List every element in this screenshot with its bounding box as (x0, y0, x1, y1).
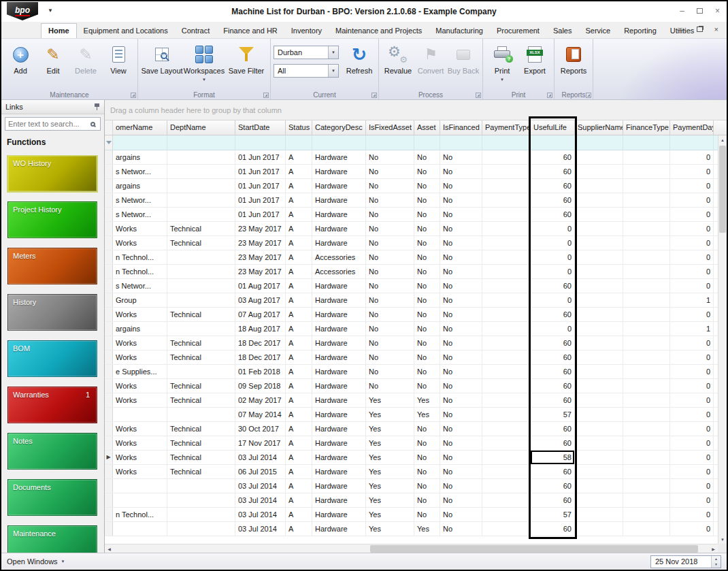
filter-dropdown[interactable]: All ▼ (274, 64, 339, 78)
tab-finance-and-hr[interactable]: Finance and HR (216, 24, 284, 38)
table-row[interactable]: s Networ...01 Jun 2017AHardwareNoNoNo600 (105, 165, 727, 179)
column-header-usefullife[interactable]: UsefulLife (531, 120, 575, 135)
table-row[interactable]: WorksTechnical07 Aug 2017AHardwareNoNoNo… (105, 308, 727, 322)
tab-procurement[interactable]: Procurement (490, 24, 546, 38)
table-row[interactable]: 07 May 2014AHardwareYesYesNo570 (105, 408, 727, 422)
table-row[interactable]: n Technol...23 May 2017AAccessoriesNoNoN… (105, 265, 727, 279)
refresh-button[interactable]: ↻ Refresh (343, 42, 376, 76)
horizontal-scrollbar[interactable]: ◀ ▶ (105, 544, 718, 553)
site-dropdown[interactable]: Durban ▼ (274, 46, 339, 59)
mdi-restore-button[interactable] (697, 25, 703, 33)
search-input[interactable] (8, 120, 88, 128)
filter-cell-suppliername[interactable] (575, 135, 623, 150)
filter-cell-paymenttype[interactable] (482, 135, 531, 150)
table-row[interactable]: WorksTechnical18 Dec 2017AHardwareNoNoNo… (105, 336, 727, 350)
filter-cell-categorydesc[interactable] (312, 135, 366, 150)
tab-inventory[interactable]: Inventory (284, 24, 329, 38)
table-row[interactable]: argains01 Jun 2017AHardwareNoNoNo600 (105, 179, 727, 193)
table-row[interactable]: ▶WorksTechnical03 Jul 2014AHardwareYesNo… (105, 451, 727, 465)
filter-cell-financetype[interactable] (623, 135, 670, 150)
tab-home[interactable]: Home (41, 23, 77, 38)
scroll-left-icon[interactable]: ◀ (105, 544, 114, 553)
table-row[interactable]: s Networ...01 Jun 2017AHardwareNoNoNo600 (105, 193, 727, 208)
minimize-button[interactable]: – (680, 6, 684, 16)
table-row[interactable]: WorksTechnical23 May 2017AHardwareNoNoNo… (105, 222, 727, 236)
filter-cell-status[interactable] (286, 135, 312, 150)
table-row[interactable]: argains18 Aug 2017AHardwareNoNoNo01 (105, 322, 727, 336)
table-row[interactable]: e Supplies...01 Feb 2018AHardwareNoNoNo6… (105, 365, 727, 379)
date-spin-down-icon[interactable]: ▼ (712, 561, 721, 568)
revalue-button[interactable]: ⚙⚙ Revalue (382, 42, 414, 76)
table-row[interactable]: WorksTechnical09 Sep 2018AHardwareNoNoNo… (105, 379, 727, 393)
column-header-asset[interactable]: Asset (414, 120, 440, 135)
table-row[interactable]: s Networ...01 Jun 2017AHardwareNoNoNo600 (105, 208, 727, 222)
function-button-meters[interactable]: Meters (7, 248, 97, 284)
table-row[interactable]: 03 Jul 2014AHardwareYesNoNo600 (105, 479, 727, 493)
table-row[interactable]: 03 Jul 2014AHardwareYesNoNo600 (105, 493, 727, 508)
column-header-financetype[interactable]: FinanceType (623, 120, 670, 135)
tab-contract[interactable]: Contract (175, 24, 217, 38)
tab-equipment-and-locations[interactable]: Equipment and Locations (77, 24, 175, 38)
filter-cell-deptname[interactable] (167, 135, 235, 150)
table-row[interactable]: n Technol...03 Jul 2014AHardwareYesNoNo5… (105, 508, 727, 522)
date-spin-up-icon[interactable]: ▲ (712, 556, 721, 562)
save-layout-button[interactable]: Save Layout (141, 42, 183, 76)
group-expander-icon[interactable] (586, 93, 591, 98)
workspaces-button[interactable]: Workspaces ▼ (183, 42, 225, 82)
tab-sales[interactable]: Sales (546, 24, 579, 38)
grid-filter-row[interactable] (105, 135, 727, 150)
table-row[interactable]: WorksTechnical18 Dec 2017AHardwareNoNoNo… (105, 350, 727, 365)
vertical-scroll-thumb[interactable] (719, 146, 726, 233)
table-row[interactable]: WorksTechnical23 May 2017AHardwareNoNoNo… (105, 236, 727, 250)
chevron-down-icon[interactable]: ▼ (328, 65, 338, 77)
function-button-history[interactable]: History (7, 294, 97, 331)
tab-manufacturing[interactable]: Manufacturing (429, 24, 490, 38)
mdi-close-button[interactable]: × (714, 25, 718, 33)
app-logo-icon[interactable]: bpo (7, 2, 38, 20)
horizontal-scroll-thumb[interactable] (370, 545, 698, 553)
filter-cell-isfinanced[interactable] (440, 135, 482, 150)
table-row[interactable]: WorksTechnical02 May 2017AHardwareYesYes… (105, 393, 727, 408)
function-button-project-history[interactable]: Project History (7, 201, 97, 238)
function-button-warranties[interactable]: Warranties1 (7, 387, 97, 423)
table-row[interactable]: WorksTechnical30 Oct 2017AHardwareYesNoN… (105, 422, 727, 436)
table-row[interactable]: s Networ...01 Aug 2017AHardwareNoNoNo600 (105, 279, 727, 293)
filter-cell-isfixedasset[interactable] (366, 135, 414, 150)
function-button-maintenance[interactable]: Maintenance (7, 525, 97, 553)
group-expander-icon[interactable] (263, 93, 269, 98)
buy-back-button[interactable]: Buy Back (447, 42, 480, 76)
reports-button[interactable]: Reports (557, 42, 590, 76)
delete-button[interactable]: ✎ Delete (69, 42, 102, 76)
column-header-startdate[interactable]: StartDate (235, 120, 286, 135)
date-picker[interactable]: 25 Nov 2018 ▲ ▼ (650, 555, 721, 568)
column-header-omername[interactable]: omerName (113, 120, 167, 135)
filter-cell-paymentday[interactable] (670, 135, 714, 150)
add-button[interactable]: + Add (4, 42, 37, 76)
filter-cell-usefullife[interactable] (531, 135, 575, 150)
filter-cell-startdate[interactable] (235, 135, 286, 150)
column-header-isfinanced[interactable]: IsFinanced (440, 120, 482, 135)
mdi-minimize-button[interactable]: — (678, 25, 685, 33)
group-expander-icon[interactable] (547, 93, 552, 98)
column-header-status[interactable]: Status (286, 120, 312, 135)
table-row[interactable]: n Technol...23 May 2017AAccessoriesNoNoN… (105, 250, 727, 265)
search-icon[interactable] (90, 122, 95, 127)
function-button-bom[interactable]: BOM (7, 340, 97, 377)
print-button[interactable]: ? Print ▼ (486, 42, 518, 82)
column-header-deptname[interactable]: DeptName (167, 120, 235, 135)
function-button-documents[interactable]: Documents (7, 479, 97, 516)
group-expander-icon[interactable] (371, 93, 377, 98)
table-row[interactable]: WorksTechnical06 Jul 2015AHardwareYesNoN… (105, 465, 727, 479)
close-button[interactable]: × (715, 6, 720, 16)
column-header-suppliername[interactable]: SupplierName (575, 120, 623, 135)
filter-cell-omername[interactable] (113, 135, 167, 150)
vertical-scrollbar[interactable]: ▲ ▼ (718, 135, 727, 544)
column-header-isfixedasset[interactable]: IsFixedAsset (366, 120, 414, 135)
open-windows-button[interactable]: Open Windows ▼ (7, 557, 65, 566)
tab-service[interactable]: Service (578, 24, 617, 38)
edit-button[interactable]: ✎ Edit (37, 42, 69, 76)
maximize-button[interactable] (697, 6, 703, 16)
function-button-wo-history[interactable]: WO History (7, 155, 97, 192)
column-header-paymentday[interactable]: PaymentDay (670, 120, 714, 135)
pin-icon[interactable] (94, 103, 100, 111)
